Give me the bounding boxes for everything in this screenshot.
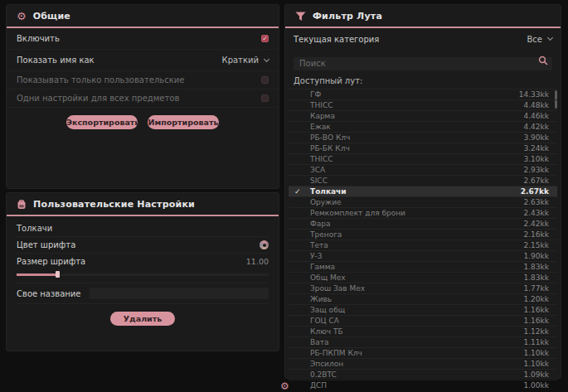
loot-item-value: 1.12kk [524, 327, 549, 336]
loot-item-value: 3.24kk [524, 144, 549, 152]
slider-fill [17, 273, 57, 276]
loot-item-value: 1.10kk [524, 360, 549, 368]
loot-item-name: Гамма [310, 263, 335, 271]
custom-name-label: Свое название [17, 289, 81, 298]
font-size-label: Размер шрифта [17, 257, 85, 266]
loot-item-value: 1.77kk [524, 284, 549, 293]
loot-row[interactable]: У-31.90kk [289, 250, 557, 261]
loot-item-name: Ключ ТБ [310, 327, 343, 336]
loot-item-value: 2.15kk [524, 241, 549, 249]
loot-item-name: РБ-БК Клч [310, 144, 350, 152]
loot-item-value: 1.11kk [524, 338, 549, 346]
custom-buttons: Удалить [7, 312, 279, 326]
name-mode-dropdown[interactable]: Краткий [222, 56, 269, 65]
delete-button[interactable]: Удалить [110, 312, 175, 326]
loot-item-value: 1.90kk [524, 252, 549, 260]
chevron-down-icon [264, 56, 269, 61]
loot-row[interactable]: Эпсилон1.10kk [289, 358, 557, 369]
loot-item-value: 1.83kk [524, 263, 549, 271]
loot-row[interactable]: ГОЦ СА1.16kk [289, 315, 557, 326]
loot-row[interactable]: РБ-БК Клч3.24kk [289, 143, 557, 153]
loot-item-value: 2.67kk [521, 187, 549, 196]
loot-row[interactable]: Ежак4.42kk [289, 121, 557, 132]
loot-row[interactable]: Гамма1.83kk [289, 261, 557, 272]
loot-item-name: Защ общ [310, 306, 345, 314]
export-button[interactable]: Экспортировать [66, 115, 138, 129]
loot-row[interactable]: Зрош Зав Мех1.77kk [289, 283, 557, 293]
font-color-label: Цвет шрифта [17, 240, 75, 249]
loot-row[interactable]: 0.2BTC1.09kk [289, 369, 557, 380]
loot-item-value: 2.42kk [524, 220, 549, 228]
loot-row[interactable]: Вата1.11kk [289, 336, 557, 347]
loot-row[interactable]: THICC3.10kk [289, 153, 557, 164]
category-label: Текущая категория [294, 35, 379, 44]
custom-name-row: Свое название [17, 283, 269, 304]
loot-item-name: Ежак [310, 123, 331, 131]
loot-item-name: ГОЦ СА [310, 317, 339, 325]
search-icon[interactable] [538, 56, 548, 65]
loot-item-value: 1.00kk [524, 381, 549, 390]
loot-item-value: 2.16kk [524, 230, 549, 239]
custom-name-input[interactable] [90, 288, 269, 299]
import-button[interactable]: Импортировать [148, 115, 219, 129]
loot-item-name: РБ-ПКПМ Клч [310, 349, 362, 357]
loot-item-value: 1.10kk [524, 349, 549, 357]
custom-panel-title: Пользовательские Настройки [33, 199, 195, 210]
only-custom-checkbox[interactable] [261, 76, 269, 84]
category-value: Все [527, 35, 542, 44]
loot-row[interactable]: РБ-ПКПМ Клч1.10kk [289, 347, 557, 358]
loot-item-value: 4.46kk [524, 112, 549, 120]
loot-row[interactable]: SICC2.67kk [289, 175, 557, 186]
loot-item-name: Оружие [310, 198, 342, 206]
loot-item-value: 3.10kk [524, 155, 549, 163]
loot-item-name: Тренога [310, 230, 342, 239]
loot-item-value: 1.16kk [524, 317, 549, 325]
same-settings-checkbox[interactable] [261, 94, 269, 102]
loot-row[interactable]: Живь1.20kk [289, 293, 557, 304]
funnel-icon [295, 12, 306, 22]
search-input[interactable] [294, 57, 552, 70]
loot-row[interactable]: Защ общ1.16kk [289, 304, 557, 315]
loot-row[interactable]: Тета2.15kk [289, 240, 557, 250]
slider-handle[interactable] [56, 271, 60, 278]
loot-list: ГФ14.33kkTHICC4.48kkКарма4.46kkЕжак4.42k… [289, 89, 557, 390]
filter-panel-header: Фильтр Лута [285, 5, 561, 27]
loot-item-name: Зрош Зав Мех [310, 284, 365, 293]
loot-row[interactable]: Общ Мех1.83kk [289, 272, 557, 283]
loot-item-name: Фара [310, 220, 331, 228]
loot-row[interactable]: РБ-ВО Клч3.90kk [289, 132, 557, 143]
loot-item-name: ЗСА [310, 166, 325, 174]
loot-row[interactable]: ✓Толкачи2.67kk [289, 186, 557, 196]
setting-row-enable: Включить [7, 28, 279, 50]
loot-item-value: 2.43kk [524, 209, 549, 217]
loot-row[interactable]: Ремкомплект для брони2.43kk [289, 207, 557, 218]
chevron-down-icon [547, 35, 553, 41]
name-mode-label: Показать имя как [17, 56, 95, 65]
category-dropdown[interactable]: Все [527, 35, 552, 44]
setting-row-same-settings: Одни настройки для всех предметов [7, 90, 279, 108]
footer-gear-icon[interactable]: ⚙ [280, 381, 289, 391]
filter-panel-title: Фильтр Лута [313, 11, 382, 22]
general-buttons: Экспортировать Импортировать [7, 115, 279, 129]
general-panel-header: ⚙ Общие [7, 5, 279, 27]
loot-item-name: THICC [310, 155, 333, 163]
color-wheel-icon[interactable] [260, 240, 269, 249]
loot-row[interactable]: ЗСА2.93kk [289, 164, 557, 175]
name-mode-value: Краткий [222, 56, 259, 65]
font-size-slider[interactable] [17, 271, 269, 278]
backpack-icon [17, 199, 27, 210]
general-panel-title: Общие [33, 11, 70, 22]
loot-row[interactable]: Ключ ТБ1.12kk [289, 326, 557, 336]
loot-item-name: У-3 [310, 252, 322, 260]
loot-row[interactable]: Карма4.46kk [289, 110, 557, 121]
loot-item-name: Вата [310, 338, 328, 346]
enable-checkbox[interactable] [261, 35, 269, 42]
loot-row[interactable]: THICC4.48kk [289, 99, 557, 110]
loot-row[interactable]: ДСП1.00kk [289, 380, 557, 390]
loot-row[interactable]: Фара2.42kk [289, 218, 557, 229]
loot-item-name: Ремкомплект для брони [310, 209, 405, 217]
gear-icon: ⚙ [17, 11, 27, 22]
loot-row[interactable]: ГФ14.33kk [289, 89, 557, 99]
loot-row[interactable]: Оружие2.63kk [289, 196, 557, 207]
loot-row[interactable]: Тренога2.16kk [289, 229, 557, 240]
